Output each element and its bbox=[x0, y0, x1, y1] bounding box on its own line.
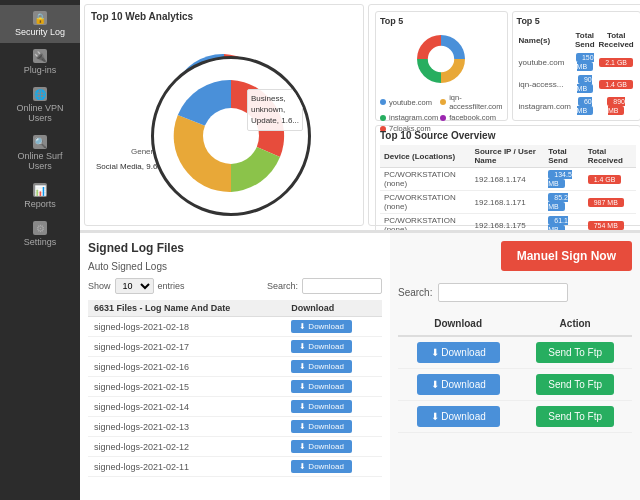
action-download-button[interactable]: ⬇ Download bbox=[417, 374, 500, 395]
col-download-header: Download bbox=[285, 300, 382, 317]
log-name: signed-logs-2021-02-11 bbox=[88, 457, 285, 477]
legend-dot-iqn bbox=[440, 99, 446, 105]
logs-panel: Signed Log Files Auto Signed Logs Show 1… bbox=[80, 230, 390, 500]
log-row: signed-logs-2021-02-17 ⬇ Download bbox=[88, 337, 382, 357]
entries-label: entries bbox=[158, 281, 185, 291]
sidebar-item-reports[interactable]: 📊 Reports bbox=[0, 177, 80, 215]
col-source-ip: Source IP / User Name bbox=[471, 145, 545, 168]
annotation-line1: Business, bbox=[251, 94, 286, 103]
legend-item-facebook: facebook.com bbox=[440, 113, 502, 122]
show-label: Show bbox=[88, 281, 111, 291]
bottom-section: Signed Log Files Auto Signed Logs Show 1… bbox=[80, 230, 640, 500]
pie-annotation: Business, unknown, Update, 1.6... bbox=[247, 89, 303, 131]
download-button[interactable]: ⬇ Download bbox=[291, 400, 352, 413]
logs-search-input[interactable] bbox=[302, 278, 382, 294]
sidebar-label-settings: Settings bbox=[24, 237, 57, 247]
action-send-cell: Send To Ftp bbox=[518, 401, 632, 433]
send-ftp-button[interactable]: Send To Ftp bbox=[536, 374, 614, 395]
donut-panel: Top 5 youtube.com bbox=[375, 11, 508, 121]
send-ftp-button[interactable]: Send To Ftp bbox=[536, 342, 614, 363]
entries-select[interactable]: 10 25 50 bbox=[115, 278, 154, 294]
logs-show-controls: Show 10 25 50 entries bbox=[88, 278, 185, 294]
annotation-line2: unknown, bbox=[251, 105, 285, 114]
top-section: Top 10 Web Analytics bbox=[80, 0, 640, 230]
chart-panel-left: Top 10 Web Analytics bbox=[84, 4, 364, 226]
plugin-icon: 🔌 bbox=[33, 49, 47, 63]
log-name: signed-logs-2021-02-15 bbox=[88, 377, 285, 397]
col-device: Device (Locations) bbox=[380, 145, 471, 168]
action-download-cell: ⬇ Download bbox=[398, 401, 518, 433]
table-row: PC/WORKSTATION (none) 192.168.1.171 85.2… bbox=[380, 191, 636, 214]
sidebar: 🔒 Security Log 🔌 Plug-ins 🌐 Online VPN U… bbox=[0, 0, 80, 500]
legend-item-youtube: youtube.com bbox=[380, 93, 438, 111]
sidebar-item-settings[interactable]: ⚙ Settings bbox=[0, 215, 80, 253]
magnified-pie bbox=[161, 66, 301, 206]
download-button[interactable]: ⬇ Download bbox=[291, 420, 352, 433]
sidebar-label-surf: Online Surf Users bbox=[5, 151, 75, 171]
security-icon: 🔒 bbox=[33, 11, 47, 25]
col-log-name: 6631 Files - Log Name And Date bbox=[88, 300, 285, 317]
action-download-button[interactable]: ⬇ Download bbox=[417, 342, 500, 363]
table-row: PC/WORKSTATION (none) 192.168.1.174 134.… bbox=[380, 168, 636, 191]
download-button[interactable]: ⬇ Download bbox=[291, 320, 352, 333]
logs-search: Search: bbox=[267, 278, 382, 294]
download-button[interactable]: ⬇ Download bbox=[291, 380, 352, 393]
stats-table: Name(s) Total Send Total Received youtub… bbox=[517, 29, 636, 117]
action-download-cell: ⬇ Download bbox=[398, 336, 518, 369]
annotation-line3: Update, 1.6... bbox=[251, 116, 299, 125]
pie-container: Business, unknown, Update, 1.6... Social… bbox=[91, 26, 357, 186]
action-search-row: Search: bbox=[398, 283, 632, 302]
log-row: signed-logs-2021-02-13 ⬇ Download bbox=[88, 417, 382, 437]
log-download-cell: ⬇ Download bbox=[285, 317, 382, 337]
download-button[interactable]: ⬇ Download bbox=[291, 460, 352, 473]
legend-dot-facebook bbox=[440, 115, 446, 121]
source-table-title: Top 10 Source Overview bbox=[380, 130, 636, 141]
download-button[interactable]: ⬇ Download bbox=[291, 440, 352, 453]
log-download-cell: ⬇ Download bbox=[285, 397, 382, 417]
sidebar-item-vpn[interactable]: 🌐 Online VPN Users bbox=[0, 81, 80, 129]
sidebar-item-surf[interactable]: 🔍 Online Surf Users bbox=[0, 129, 80, 177]
legend-item-instagram: instagram.com bbox=[380, 113, 438, 122]
search-label-logs: Search: bbox=[267, 281, 298, 291]
logs-controls: Show 10 25 50 entries Search: bbox=[88, 278, 382, 294]
sidebar-item-plugins[interactable]: 🔌 Plug-ins bbox=[0, 43, 80, 81]
stats-title: Top 5 bbox=[517, 16, 636, 26]
action-row: ⬇ Download Send To Ftp bbox=[398, 401, 632, 433]
log-download-cell: ⬇ Download bbox=[285, 437, 382, 457]
action-download-button[interactable]: ⬇ Download bbox=[417, 406, 500, 427]
top-right-panels: Top 5 youtube.com bbox=[375, 11, 640, 121]
logs-subtitle: Auto Signed Logs bbox=[88, 261, 382, 272]
logs-panel-title: Signed Log Files bbox=[88, 241, 382, 255]
action-download-cell: ⬇ Download bbox=[398, 369, 518, 401]
download-button[interactable]: ⬇ Download bbox=[291, 340, 352, 353]
log-name: signed-logs-2021-02-14 bbox=[88, 397, 285, 417]
sidebar-label-vpn: Online VPN Users bbox=[5, 103, 75, 123]
magnifier-overlay: Business, unknown, Update, 1.6... bbox=[151, 56, 311, 216]
sidebar-item-security[interactable]: 🔒 Security Log bbox=[0, 5, 80, 43]
log-row: signed-logs-2021-02-18 ⬇ Download bbox=[88, 317, 382, 337]
source-table-panel: Top 10 Source Overview Device (Locations… bbox=[375, 125, 640, 230]
action-panel: Manuel Sign Now Search: Download Action … bbox=[390, 230, 640, 500]
col-download-action: Download bbox=[398, 312, 518, 336]
action-row: ⬇ Download Send To Ftp bbox=[398, 336, 632, 369]
send-ftp-button[interactable]: Send To Ftp bbox=[536, 406, 614, 427]
action-send-cell: Send To Ftp bbox=[518, 369, 632, 401]
vpn-icon: 🌐 bbox=[33, 87, 47, 101]
col-total-received: Total Received bbox=[584, 145, 636, 168]
log-row: signed-logs-2021-02-15 ⬇ Download bbox=[88, 377, 382, 397]
log-name: signed-logs-2021-02-12 bbox=[88, 437, 285, 457]
sidebar-label-security: Security Log bbox=[15, 27, 65, 37]
log-name: signed-logs-2021-02-16 bbox=[88, 357, 285, 377]
log-row: signed-logs-2021-02-11 ⬇ Download bbox=[88, 457, 382, 477]
manuel-sign-button[interactable]: Manuel Sign Now bbox=[501, 241, 632, 271]
chart-panel-right: Top 5 youtube.com bbox=[368, 4, 640, 226]
stats-panel: Top 5 Name(s) Total Send Total Received … bbox=[512, 11, 640, 121]
legend-item-iqn: iqn-accessfilter.com bbox=[440, 93, 502, 111]
action-send-cell: Send To Ftp bbox=[518, 336, 632, 369]
left-chart-title: Top 10 Web Analytics bbox=[91, 11, 357, 22]
source-overview-table: Device (Locations) Source IP / User Name… bbox=[380, 145, 636, 230]
log-download-cell: ⬇ Download bbox=[285, 357, 382, 377]
action-search-input[interactable] bbox=[438, 283, 568, 302]
surf-icon: 🔍 bbox=[33, 135, 47, 149]
download-button[interactable]: ⬇ Download bbox=[291, 360, 352, 373]
